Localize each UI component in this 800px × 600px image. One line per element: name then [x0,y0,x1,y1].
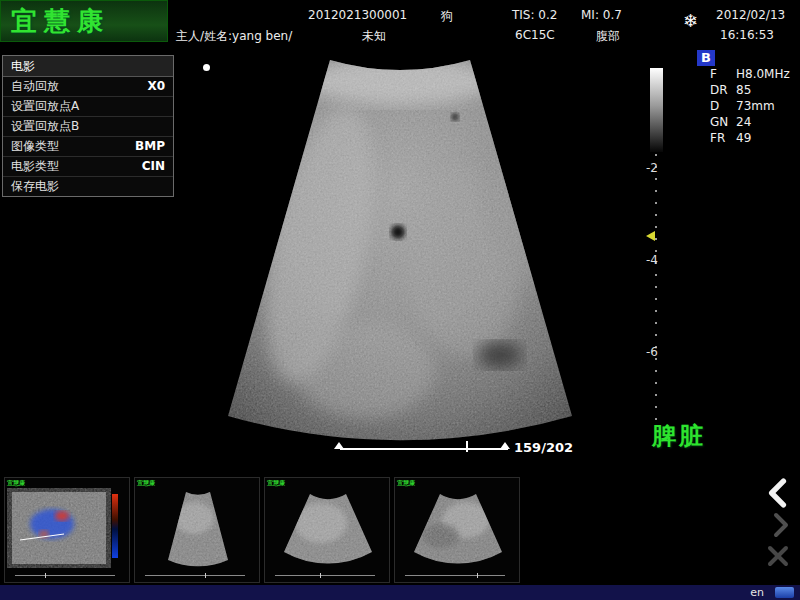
depth-label: -2 [638,161,658,175]
freeze-icon: ❄ [683,10,698,31]
param-gain: GN24 [710,114,790,130]
thumbnail-scrubber [15,575,115,576]
thumbnail-logo-text: 宜慧康 [397,479,415,488]
next-page-icon[interactable] [770,512,792,538]
status-bar [0,585,800,600]
thumbnail-2[interactable]: 宜慧康 [134,477,260,583]
brand-logo-text: 宜慧康 [1,1,167,41]
thumbnail-4[interactable]: 宜慧康 [394,477,520,583]
thumbnail-scrubber-tick [477,573,478,578]
menu-item-label: 电影类型 [11,157,59,176]
param-dynamic-range: DR85 [710,82,790,98]
cine-menu: 电影 自动回放 X0 设置回放点A 设置回放点B 图像类型 BMP 电影类型 C… [2,55,174,197]
param-value: H8.0MHz [736,67,790,81]
menu-item-value: BMP [135,137,165,156]
brand-logo: 宜慧康 [0,0,168,42]
thumbnail-3[interactable]: 宜慧康 [264,477,390,583]
param-depth: D73mm [710,98,790,114]
param-frequency: FH8.0MHz [710,66,790,82]
menu-item-save-cine[interactable]: 保存电影 [3,177,173,196]
thumbnail-logo-text: 宜慧康 [7,479,25,488]
menu-item-value: CIN [142,157,165,176]
delete-close-icon[interactable] [766,544,790,568]
grayscale-bar [650,68,663,152]
thumbnail-1-image [6,488,130,574]
organ-annotation: 脾脏 [652,420,706,452]
ultrasound-image [170,55,630,455]
depth-label: -6 [638,345,658,359]
exam-preset: 腹部 [596,28,620,45]
input-method-icon[interactable] [775,587,794,598]
owner-name: 主人/姓名:yang ben/ [176,28,292,45]
thumbnail-scrubber [145,575,245,576]
thumbnail-1[interactable]: 宜慧康 [4,477,130,583]
thumbnail-scrubber [275,575,375,576]
menu-item-cine-type[interactable]: 电影类型 CIN [3,157,173,177]
menu-item-set-point-a[interactable]: 设置回放点A [3,97,173,117]
age-status: 未知 [362,28,386,45]
time-label: 16:16:53 [720,28,774,42]
image-parameters: FH8.0MHz DR85 D73mm GN24 FR49 [710,66,790,146]
param-label: FR [710,130,736,146]
menu-item-label: 保存电影 [11,177,59,196]
scrubber-start-marker[interactable] [334,442,344,449]
tis-value: TIS: 0.2 [512,8,557,22]
cine-scrubber[interactable] [340,448,508,450]
scrubber-end-marker[interactable] [500,442,510,449]
param-label: DR [710,82,736,98]
thumbnail-scrubber [405,575,505,576]
mode-indicator: B [697,50,715,66]
thumbnail-3-image [266,488,390,574]
language-indicator[interactable]: en [750,586,764,599]
param-value: 24 [736,115,751,129]
cine-menu-title[interactable]: 电影 [3,56,173,77]
thumbnail-2-image [136,488,260,574]
thumbnail-scrubber-tick [45,573,46,578]
thumbnail-scrubber-tick [320,573,321,578]
thumbnail-logo-text: 宜慧康 [267,479,285,488]
menu-item-label: 设置回放点B [11,117,79,136]
mi-value: MI: 0.7 [581,8,622,22]
probe-model: 6C15C [515,28,555,42]
orientation-marker-dot [203,64,210,71]
species-label: 狗 [441,8,453,25]
menu-item-image-type[interactable]: 图像类型 BMP [3,137,173,157]
date-label: 2012/02/13 [716,8,785,22]
menu-item-value: X0 [147,77,165,96]
menu-item-auto-playback[interactable]: 自动回放 X0 [3,77,173,97]
header-bar: 宜慧康 2012021300001 狗 TIS: 0.2 MI: 0.7 201… [0,0,800,55]
thumbnail-logo-text: 宜慧康 [137,479,155,488]
param-value: 73mm [736,99,775,113]
param-frame-rate: FR49 [710,130,790,146]
depth-ruler-ticks [655,154,657,422]
param-value: 85 [736,83,751,97]
thumbnail-4-image [396,488,520,574]
menu-item-label: 图像类型 [11,137,59,156]
param-label: GN [710,114,736,130]
focus-marker-icon [646,231,655,241]
thumbnail-scrubber-tick [205,573,206,578]
frame-counter: 159/202 [514,440,573,455]
prev-page-icon[interactable] [764,478,790,508]
depth-label: -4 [638,253,658,267]
scrubber-position-handle[interactable] [466,441,468,452]
patient-id: 2012021300001 [308,8,407,22]
menu-item-label: 自动回放 [11,77,59,96]
menu-item-set-point-b[interactable]: 设置回放点B [3,117,173,137]
param-label: D [710,98,736,114]
menu-item-label: 设置回放点A [11,97,79,116]
param-value: 49 [736,131,751,145]
param-label: F [710,66,736,82]
